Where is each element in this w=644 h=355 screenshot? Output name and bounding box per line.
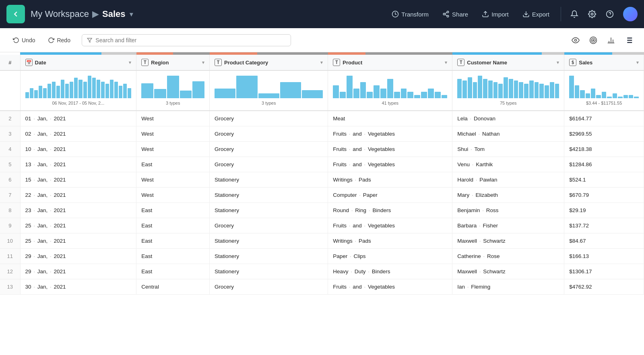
cell-region: East bbox=[136, 264, 210, 279]
row-num: 2 bbox=[0, 111, 20, 126]
cell-product_category: Grocery bbox=[210, 218, 328, 233]
cell-product_category: Grocery bbox=[210, 142, 328, 157]
stats-date: 06 Nov, 2017 - 05 Nov, 2... bbox=[20, 70, 136, 111]
cell-product: Writings · Pads bbox=[328, 233, 452, 249]
bell-icon bbox=[570, 10, 578, 18]
col-label-sales: Sales bbox=[579, 60, 592, 66]
cell-product_category: Stationery bbox=[210, 188, 328, 203]
customer-chart bbox=[457, 74, 559, 98]
chart-button[interactable] bbox=[604, 33, 618, 47]
col-header-product-category[interactable]: T Product Category ▾ bbox=[210, 55, 328, 70]
sort-icon-sales[interactable]: ▾ bbox=[636, 60, 639, 65]
target-icon bbox=[589, 36, 597, 44]
header-row: # 📅 Date ▾ T Region ▾ bbox=[0, 55, 644, 70]
svg-point-15 bbox=[592, 39, 594, 41]
share-button[interactable]: Share bbox=[437, 7, 474, 21]
layout-button[interactable] bbox=[621, 33, 636, 47]
table-row: 302 · Jan, · 2021WestGroceryFruits · and… bbox=[0, 126, 644, 142]
row-num: 11 bbox=[0, 249, 20, 264]
cell-region: West bbox=[136, 172, 210, 188]
sales-type-icon: $ bbox=[569, 59, 576, 66]
cell-product_category: Stationery bbox=[210, 203, 328, 218]
cell-sales: $4218.38 bbox=[564, 142, 644, 157]
export-icon bbox=[522, 10, 530, 18]
cell-product: Fruits · and · Vegetables bbox=[328, 126, 452, 142]
row-num: 9 bbox=[0, 218, 20, 233]
filter-icon bbox=[87, 37, 92, 43]
cell-date: 15 · Jan, · 2021 bbox=[20, 172, 136, 188]
table-row: 1229 · Jan, · 2021EastStationeryHeavy · … bbox=[0, 264, 644, 279]
cell-date: 25 · Jan, · 2021 bbox=[20, 233, 136, 249]
cell-customer_name: Mary · Elizabeth bbox=[452, 188, 564, 203]
top-actions: Transform Share Import Export bbox=[386, 6, 638, 22]
col-label-date: Date bbox=[35, 60, 46, 66]
export-button[interactable]: Export bbox=[517, 7, 555, 21]
cell-product_category: Grocery bbox=[210, 111, 328, 126]
help-icon bbox=[606, 10, 614, 18]
cell-region: West bbox=[136, 188, 210, 203]
col-header-date[interactable]: 📅 Date ▾ bbox=[20, 55, 136, 70]
cell-date: 10 · Jan, · 2021 bbox=[20, 142, 136, 157]
sort-icon-region[interactable]: ▾ bbox=[202, 60, 204, 65]
cell-region: East bbox=[136, 157, 210, 172]
cell-product: Round · Ring · Binders bbox=[328, 203, 452, 218]
cell-product: Meat bbox=[328, 111, 452, 126]
visibility-button[interactable] bbox=[568, 33, 583, 47]
cell-customer_name: Benjamin · Ross bbox=[452, 203, 564, 218]
cell-customer_name: Harold · Pawlan bbox=[452, 172, 564, 188]
table-row: 410 · Jan, · 2021WestGroceryFruits · and… bbox=[0, 142, 644, 157]
table-row: 1330 · Jan, · 2021CentralGroceryFruits ·… bbox=[0, 279, 644, 295]
cell-sales: $4762.92 bbox=[564, 279, 644, 295]
stats-customer: 75 types bbox=[452, 70, 564, 111]
svg-point-12 bbox=[575, 39, 577, 41]
cell-product: Fruits · and · Vegetables bbox=[328, 157, 452, 172]
import-button[interactable]: Import bbox=[476, 7, 514, 21]
cell-product: Fruits · and · Vegetables bbox=[328, 142, 452, 157]
cell-date: 29 · Jan, · 2021 bbox=[20, 249, 136, 264]
col-label-customer-name: Customer Name bbox=[467, 60, 507, 66]
sort-icon-date[interactable]: ▾ bbox=[129, 60, 131, 65]
page-dropdown-icon[interactable]: ▾ bbox=[130, 10, 133, 18]
back-button[interactable] bbox=[6, 5, 25, 23]
category-type-icon: T bbox=[215, 59, 222, 66]
table-row: 823 · Jan, · 2021EastStationeryRound · R… bbox=[0, 203, 644, 218]
transform-button[interactable]: Transform bbox=[386, 7, 434, 21]
sort-icon-category[interactable]: ▾ bbox=[320, 60, 323, 65]
cell-date: 29 · Jan, · 2021 bbox=[20, 264, 136, 279]
cell-product_category: Stationery bbox=[210, 249, 328, 264]
col-header-sales[interactable]: $ Sales ▾ bbox=[564, 55, 644, 70]
search-input[interactable] bbox=[95, 37, 286, 43]
cell-customer_name: Maxwell · Schwartz bbox=[452, 233, 564, 249]
undo-button[interactable]: Undo bbox=[8, 34, 40, 46]
product-type-icon: T bbox=[333, 59, 340, 66]
region-stats-label: 3 types bbox=[141, 101, 204, 105]
col-header-customer-name[interactable]: T Customer Name ▾ bbox=[452, 55, 564, 70]
col-header-region[interactable]: T Region ▾ bbox=[136, 55, 210, 70]
row-num: 4 bbox=[0, 142, 20, 157]
table-row: 1025 · Jan, · 2021EastStationeryWritings… bbox=[0, 233, 644, 249]
search-bar[interactable] bbox=[82, 34, 291, 46]
col-header-product[interactable]: T Product ▾ bbox=[328, 55, 452, 70]
cell-region: East bbox=[136, 233, 210, 249]
cell-customer_name: Barbara · Fisher bbox=[452, 218, 564, 233]
avatar[interactable] bbox=[623, 7, 638, 21]
notifications-button[interactable] bbox=[567, 6, 582, 22]
cell-customer_name: Catherine · Rose bbox=[452, 249, 564, 264]
row-num: 8 bbox=[0, 203, 20, 218]
sort-icon-product[interactable]: ▾ bbox=[445, 60, 447, 65]
settings-button[interactable] bbox=[584, 6, 600, 22]
cell-date: 22 · Jan, · 2021 bbox=[20, 188, 136, 203]
customer-type-icon: T bbox=[457, 59, 464, 66]
toolbar-right bbox=[568, 33, 636, 47]
target-button[interactable] bbox=[586, 33, 601, 47]
cell-date: 25 · Jan, · 2021 bbox=[20, 218, 136, 233]
gear-icon bbox=[588, 10, 596, 18]
cell-customer_name: Lela · Donovan bbox=[452, 111, 564, 126]
workspace-label: My Workspace bbox=[31, 9, 89, 19]
help-button[interactable] bbox=[602, 6, 617, 22]
cell-product_category: Stationery bbox=[210, 172, 328, 188]
redo-button[interactable]: Redo bbox=[43, 34, 75, 46]
sort-icon-customer[interactable]: ▾ bbox=[557, 60, 559, 65]
undo-icon bbox=[13, 37, 19, 43]
date-chart bbox=[25, 74, 132, 98]
